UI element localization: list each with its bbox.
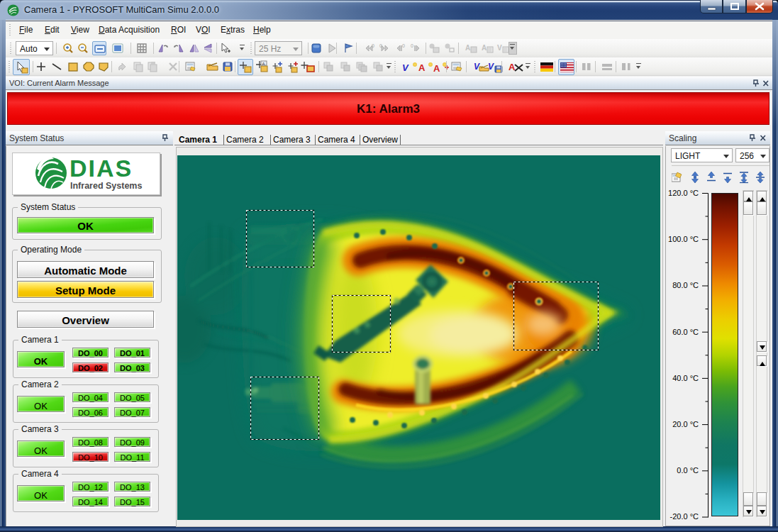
svg-text:DIAS: DIAS [70,155,133,182]
svg-text:A: A [433,63,440,73]
svg-text:V: V [402,62,409,73]
svg-text:A: A [262,62,265,66]
svg-text:0: 0 [411,43,413,48]
svg-text:V: V [497,44,502,52]
svg-text:Infrared Systems: Infrared Systems [70,181,142,191]
svg-text:A: A [482,44,487,52]
svg-text:A: A [418,62,426,73]
svg-text:A: A [509,62,516,72]
svg-text:0: 0 [379,43,382,48]
svg-text:A: A [465,44,470,52]
svg-text:V: V [488,62,494,72]
svg-text:0: 0 [402,43,405,48]
svg-text:0: 0 [372,43,374,48]
